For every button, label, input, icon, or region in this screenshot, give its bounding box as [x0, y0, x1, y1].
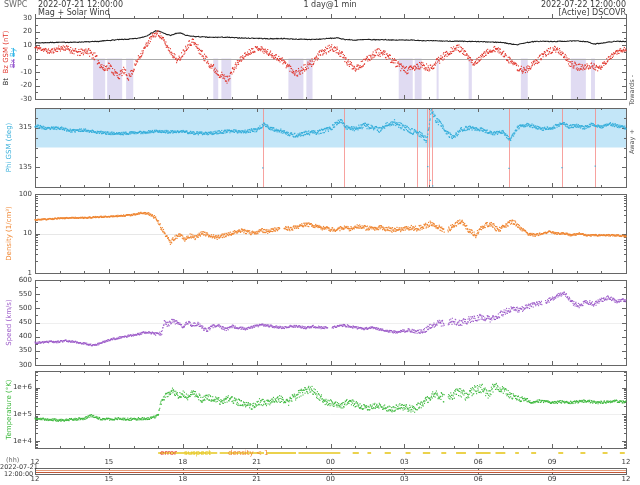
- x-tick-label-row2: 06: [474, 476, 483, 483]
- panel-temperature: [35, 371, 626, 448]
- y-tick-label-speed: 450: [0, 319, 32, 326]
- axis-label-phi: Phi GSM (deg): [3, 103, 16, 193]
- y-tick-label-speed: 300: [0, 362, 32, 369]
- flag-legend-suspect: suspect: [184, 450, 211, 457]
- y-tick-label-speed: 350: [0, 347, 32, 354]
- panel-bt-bz: [35, 18, 626, 99]
- flag-legend-error: error: [160, 450, 177, 457]
- x-tick-label-row1: 12: [622, 459, 631, 466]
- x-tick-label-row2: 18: [178, 476, 187, 483]
- y-tick-label-bt-bz: 10: [0, 42, 32, 49]
- y-tick-label-bt-bz: 0: [0, 55, 32, 62]
- swpc-solar-wind-plot: SWPC 2022-07-21 12:00:00 Mag + Solar Win…: [0, 0, 640, 485]
- panel-speed: [35, 280, 626, 365]
- timeline-bar: [35, 468, 626, 474]
- x-tick-label-row1: 21: [252, 459, 261, 466]
- y-tick-label-speed: 600: [0, 277, 32, 284]
- x-tick-label-row2: 21: [252, 476, 261, 483]
- panel-phi: [35, 108, 626, 187]
- x-tick-label-row2: 15: [104, 476, 113, 483]
- x-tick-label-row1: 03: [400, 459, 409, 466]
- x-tick-label-row1: 15: [104, 459, 113, 466]
- y-tick-label-speed: 500: [0, 305, 32, 312]
- x-tick-label-row1: 00: [326, 459, 335, 466]
- y-tick-label-bt-bz: -30: [0, 96, 32, 103]
- y-tick-label-phi: 315: [0, 124, 32, 131]
- app-logo: SWPC: [4, 1, 27, 9]
- y-tick-label-temperature: 1e+6: [0, 384, 32, 391]
- y-tick-label-bt-bz: 20: [0, 28, 32, 35]
- x-tick-label-row1: 09: [548, 459, 557, 466]
- x-tick-label-row2: 09: [548, 476, 557, 483]
- y-tick-label-density: 10: [0, 230, 32, 237]
- x-tick-label-row2: 12: [622, 476, 631, 483]
- y-tick-label-phi: 135: [0, 164, 32, 171]
- x-tick-label-row1: 12: [31, 459, 40, 466]
- y-tick-label-speed: 400: [0, 333, 32, 340]
- x-tick-label-row2: 12: [31, 476, 40, 483]
- y-tick-label-bt-bz: -20: [0, 82, 32, 89]
- y-tick-label-temperature: 1e+5: [0, 411, 32, 418]
- y-tick-label-density: 100: [0, 191, 32, 198]
- resolution-label: 1 day@1 min: [303, 1, 356, 9]
- y-tick-label-speed: 550: [0, 291, 32, 298]
- panel-density: [35, 194, 626, 273]
- x-tick-label-row2: 00: [326, 476, 335, 483]
- flag-legend-density-lt-1: density < 1: [228, 450, 268, 457]
- y-tick-label-bt-bz: 30: [0, 15, 32, 22]
- x-tick-label-row1: 06: [474, 459, 483, 466]
- axis-label-phi-direction: Away + Towards -: [626, 75, 639, 154]
- source-status: [Active] DSCOVR: [558, 9, 626, 17]
- away-label: Away +: [629, 129, 636, 154]
- towards-label: Towards -: [629, 75, 636, 106]
- y-tick-label-temperature: 1e+4: [0, 438, 32, 445]
- plot-title: Mag + Solar Wind: [38, 9, 110, 17]
- axis-start-time: 12:00:00: [4, 471, 33, 478]
- x-tick-label-row1: 18: [178, 459, 187, 466]
- y-tick-label-bt-bz: -10: [0, 69, 32, 76]
- x-tick-label-row2: 03: [400, 476, 409, 483]
